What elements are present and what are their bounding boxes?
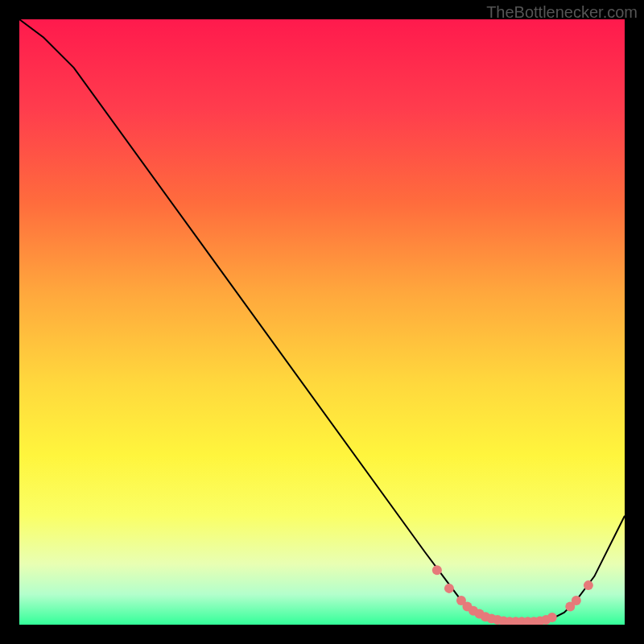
- gradient-background: [19, 19, 625, 625]
- chart-container: [19, 19, 625, 625]
- svg-rect-0: [19, 19, 625, 625]
- watermark-text: TheBottlenecker.com: [486, 3, 638, 22]
